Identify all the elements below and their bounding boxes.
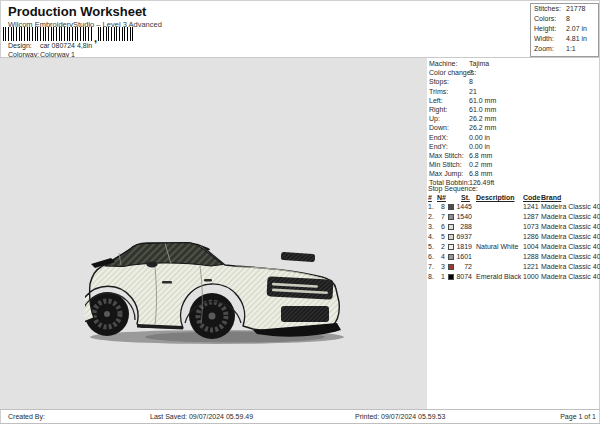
row-needle: 1 (437, 272, 445, 282)
car-embroidery-design (85, 234, 350, 348)
row-stitch-count: 1540 (455, 212, 472, 222)
header-stitches: St. (461, 194, 470, 201)
row-code: 1000 (523, 272, 537, 282)
row-stitch-count: 288 (455, 222, 472, 232)
row-description: Emerald Black (476, 272, 521, 282)
machine-info-row: Left: 61.0 mm (429, 96, 597, 105)
machine-info-row: Max Jump: 6.8 mm (429, 169, 597, 178)
stop-sequence-row: 5. 2 1819 Natural White 1004 Madeira Cla… (428, 242, 600, 252)
stop-sequence-table: 1. 8 1445 1241 Madeira Classic 40 2. 7 1… (428, 202, 600, 282)
machine-info-label: Trims: (429, 87, 448, 96)
stats-row: Colors: 8 (531, 14, 598, 24)
machine-info-row: Trims: 21 (429, 87, 597, 96)
row-brand: Madeira Classic 40 (541, 222, 600, 232)
header-description: Description (476, 194, 515, 201)
machine-info-row: Max Stitch: 6.8 mm (429, 151, 597, 160)
header-brand: Brand (541, 194, 561, 201)
stats-label: Stitches: (534, 4, 561, 14)
machine-info-row: Min Stitch: 0.2 mm (429, 160, 597, 169)
machine-info-value: Tajima (469, 59, 489, 68)
row-code: 1286 (523, 232, 537, 242)
machine-info-row: Up: 26.2 mm (429, 114, 597, 123)
row-stitch-count: 1445 (455, 202, 472, 212)
row-needle: 6 (437, 222, 445, 232)
row-brand: Madeira Classic 40 (541, 272, 600, 282)
machine-info-value: 26.2 mm (469, 123, 496, 132)
stop-sequence-title: Stop Sequence: (428, 185, 478, 192)
created-by-label: Created By: (8, 413, 45, 420)
stats-label: Height: (534, 24, 556, 34)
design-row: Design: car 080724 4,8in (8, 42, 92, 49)
row-brand: Madeira Classic 40 (541, 252, 600, 262)
machine-info-value: 0.2 mm (469, 160, 492, 169)
design-stats-box: Stitches: 21778 Colors: 8 Height: 2.07 i… (530, 3, 599, 57)
stop-sequence-row: 2. 7 1540 1287 Madeira Classic 40 (428, 212, 600, 222)
row-stitch-count: 8074 (455, 272, 472, 282)
row-num: 6. (428, 252, 437, 262)
row-needle: 7 (437, 212, 445, 222)
machine-info-row: EndX: 0.00 in (429, 133, 597, 142)
barcode-bars-group2 (98, 27, 135, 41)
machine-info-label: Up: (429, 114, 440, 123)
machine-info-value: 7 (469, 68, 473, 77)
row-num: 4. (428, 232, 437, 242)
row-brand: Madeira Classic 40 (541, 202, 600, 212)
row-stitch-count: 1601 (455, 252, 472, 262)
thread-color-swatch (448, 234, 454, 240)
row-stitch-count: 1819 (455, 242, 472, 252)
thread-color-swatch (448, 264, 454, 270)
stats-row: Height: 2.07 in (531, 24, 598, 34)
stats-row: Zoom: 1:1 (531, 44, 598, 54)
row-needle: 4 (437, 252, 445, 262)
thread-color-swatch (448, 214, 454, 220)
stats-label: Width: (534, 34, 554, 44)
row-code: 1287 (523, 212, 537, 222)
row-brand: Madeira Classic 40 (541, 242, 600, 252)
design-canvas (0, 58, 427, 409)
machine-info-value: 0.00 in (469, 133, 490, 142)
machine-info-value: 8 (469, 77, 473, 86)
header-needle: N# (437, 194, 446, 201)
row-code: 1288 (523, 252, 537, 262)
stats-label: Zoom: (534, 44, 554, 54)
row-num: 2. (428, 212, 437, 222)
design-label: Design: (8, 42, 38, 49)
machine-info-label: EndX: (429, 133, 448, 142)
machine-info-row: Stops: 8 (429, 77, 597, 86)
stats-label: Colors: (534, 14, 556, 24)
row-needle: 5 (437, 232, 445, 242)
stats-value: 2.07 in (566, 24, 587, 34)
row-needle: 8 (437, 202, 445, 212)
barcode-bars-group1 (3, 27, 93, 41)
machine-info-row: Down: 26.2 mm (429, 123, 597, 132)
stats-row: Stitches: 21778 (531, 4, 598, 14)
machine-info-label: Stops: (429, 77, 449, 86)
stats-value: 21778 (566, 4, 585, 14)
header-num: # (428, 194, 432, 201)
machine-info-label: Right: (429, 105, 447, 114)
design-barcode: , (3, 27, 135, 41)
machine-info-row: EndY: 0.00 in (429, 142, 597, 151)
thread-color-swatch (448, 204, 454, 210)
machine-info-value: 61.0 mm (469, 96, 496, 105)
page-number: Page 1 of 1 (560, 413, 596, 420)
stop-sequence-row: 7. 3 72 1221 Madeira Classic 40 (428, 262, 600, 272)
machine-info-row: Color changes: 7 (429, 68, 597, 77)
page-title: Production Worksheet (8, 4, 146, 19)
stats-value: 8 (566, 14, 570, 24)
row-code: 1004 (523, 242, 537, 252)
machine-info-label: EndY: (429, 142, 448, 151)
machine-info-row: Machine: Tajima (429, 59, 597, 68)
machine-info-label: Max Stitch: (429, 151, 464, 160)
machine-info-value: 6.8 mm (469, 169, 492, 178)
row-needle: 3 (437, 262, 445, 272)
thread-color-swatch (448, 244, 454, 250)
design-value: car 080724 4,8in (40, 42, 92, 49)
machine-info-value: 61.0 mm (469, 105, 496, 114)
machine-info-row: Right: 61.0 mm (429, 105, 597, 114)
thread-color-swatch (448, 224, 454, 230)
machine-info-label: Min Stitch: (429, 160, 462, 169)
row-code: 1221 (523, 262, 537, 272)
row-num: 8. (428, 272, 437, 282)
row-stitch-count: 72 (455, 262, 472, 272)
